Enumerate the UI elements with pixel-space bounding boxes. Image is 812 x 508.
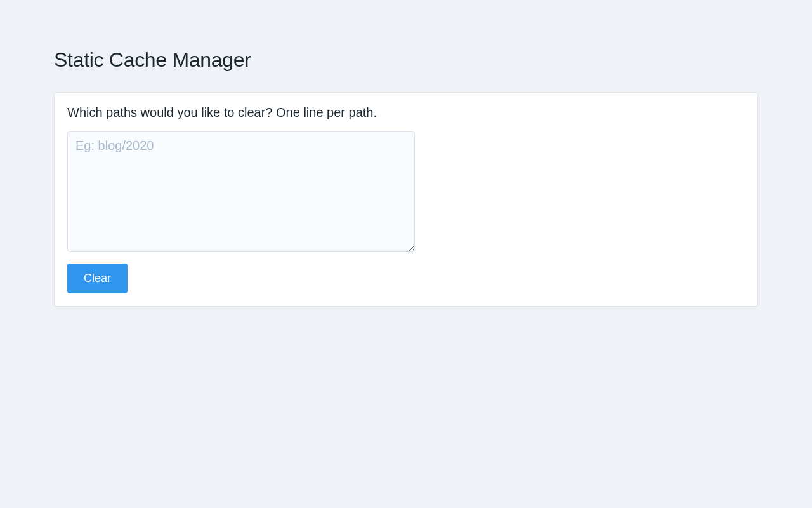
paths-textarea[interactable] xyxy=(67,131,415,252)
clear-button[interactable]: Clear xyxy=(67,264,128,293)
page-title: Static Cache Manager xyxy=(54,48,758,72)
card-panel: Which paths would you like to clear? One… xyxy=(54,92,758,307)
main-container: Static Cache Manager Which paths would y… xyxy=(44,0,768,307)
paths-label: Which paths would you like to clear? One… xyxy=(67,105,745,120)
